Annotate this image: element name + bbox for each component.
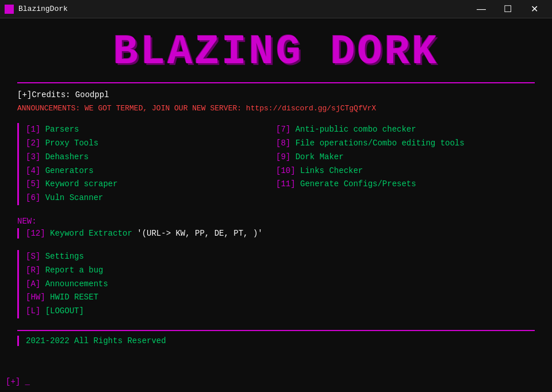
new-section: NEW: [12] Keyword Extractor '(URL-> KW, … xyxy=(17,217,535,239)
menu-section: [1] Parsers [2] Proxy Tools [3] Dehasher… xyxy=(17,123,535,205)
menu-label-7: Anti-public combo checker xyxy=(296,125,416,134)
footer-divider xyxy=(17,330,535,331)
settings-num-r: [R] xyxy=(26,266,40,275)
settings-label-a: Announcements xyxy=(45,279,108,289)
bottom-prompt: [+] _ xyxy=(6,377,30,386)
menu-item-6[interactable]: [6] Vuln Scanner xyxy=(26,191,276,205)
settings-section: [S] Settings [R] Report a bug [A] Announ… xyxy=(17,250,535,318)
announcements-line: ANNOUNCEMENTS: WE GOT TERMED, JOIN OUR N… xyxy=(17,104,535,113)
announcements-text: ANNOUNCEMENTS: WE GOT TERMED, JOIN OUR N… xyxy=(17,104,376,113)
menu-label-11: Generate Configs/Presets xyxy=(300,179,416,189)
new-item-content: [12] Keyword Extractor '(URL-> KW, PP, D… xyxy=(17,228,263,239)
menu-num-4: [4] xyxy=(26,166,40,175)
title-bar-left: BlazingDork xyxy=(5,5,68,14)
menu-num-3: [3] xyxy=(26,152,40,162)
menu-left: [1] Parsers [2] Proxy Tools [3] Dehasher… xyxy=(17,123,276,205)
title-bar: BlazingDork — ☐ ✕ xyxy=(0,0,552,18)
menu-num-8: [8] xyxy=(276,139,290,148)
menu-label-3: Dehashers xyxy=(45,152,89,162)
menu-num-2: [2] xyxy=(26,139,40,148)
menu-label-8: File operations/Combo editing tools xyxy=(296,139,465,148)
settings-label-s: Settings xyxy=(45,252,84,261)
settings-border: [S] Settings [R] Report a bug [A] Announ… xyxy=(17,250,535,318)
menu-num-7: [7] xyxy=(276,125,290,134)
settings-num-l: [L] xyxy=(26,306,40,316)
blazing-dork-title: BLAZING DORK xyxy=(17,30,535,75)
credits-text: Credits: xyxy=(32,90,75,99)
menu-item-7[interactable]: [7] Anti-public combo checker xyxy=(276,123,535,137)
new-name-text: Keyword Extractor xyxy=(50,229,132,238)
app-title-section: BLAZING DORK xyxy=(17,30,535,75)
new-num: [12] xyxy=(26,229,45,238)
minimize-button[interactable]: — xyxy=(468,0,494,18)
menu-num-6: [6] xyxy=(26,193,40,202)
settings-item-l[interactable]: [L] [LOGOUT] xyxy=(26,305,535,318)
credits-line: [+]Credits: Goodppl xyxy=(17,90,535,99)
menu-label-4: Generators xyxy=(45,166,94,175)
menu-item-11[interactable]: [11] Generate Configs/Presets xyxy=(276,178,535,191)
top-divider xyxy=(17,82,535,83)
menu-num-5: [5] xyxy=(26,179,40,189)
settings-num-hw: [HW] xyxy=(26,293,45,302)
menu-label-5: Keyword scraper xyxy=(45,179,118,189)
settings-item-s[interactable]: [S] Settings xyxy=(26,250,535,264)
close-button[interactable]: ✕ xyxy=(521,0,547,18)
maximize-button[interactable]: ☐ xyxy=(494,0,521,18)
menu-right-content: [7] Anti-public combo checker [8] File o… xyxy=(276,123,535,191)
menu-label-6: Vuln Scanner xyxy=(45,193,103,202)
menu-num-1: [1] xyxy=(26,125,40,134)
settings-label-hw: HWID RESET xyxy=(50,293,98,302)
menu-item-4[interactable]: [4] Generators xyxy=(26,164,276,178)
footer-text: 2021-2022 All Rights Reserved xyxy=(26,336,166,345)
menu-num-10: [10] xyxy=(276,166,296,175)
settings-label-r: Report a bug xyxy=(45,266,103,275)
settings-item-a[interactable]: [A] Announcements xyxy=(26,278,535,291)
settings-num-s: [S] xyxy=(26,252,40,261)
settings-num-a: [A] xyxy=(26,279,40,289)
new-item-text[interactable]: [12] Keyword Extractor '(URL-> KW, PP, D… xyxy=(26,229,263,238)
credits-author: Goodppl xyxy=(75,90,109,99)
credits-prefix: [+] xyxy=(17,90,32,99)
menu-item-1[interactable]: [1] Parsers xyxy=(26,123,276,137)
menu-item-2[interactable]: [2] Proxy Tools xyxy=(26,137,276,151)
app-icon xyxy=(5,5,14,14)
menu-left-border: [1] Parsers [2] Proxy Tools [3] Dehasher… xyxy=(17,123,276,205)
menu-num-9: [9] xyxy=(276,152,290,162)
menu-item-3[interactable]: [3] Dehashers xyxy=(26,151,276,164)
menu-label-1: Parsers xyxy=(45,125,79,134)
menu-label-10: Links Checker xyxy=(300,166,363,175)
menu-item-10[interactable]: [10] Links Checker xyxy=(276,164,535,178)
menu-num-11: [11] xyxy=(276,179,296,189)
menu-right: [7] Anti-public combo checker [8] File o… xyxy=(276,123,535,205)
main-content: BLAZING DORK [+]Credits: Goodppl ANNOUNC… xyxy=(0,18,552,392)
settings-item-r[interactable]: [R] Report a bug xyxy=(26,264,535,278)
menu-item-5[interactable]: [5] Keyword scraper xyxy=(26,178,276,191)
menu-item-9[interactable]: [9] Dork Maker xyxy=(276,151,535,164)
menu-label-9: Dork Maker xyxy=(296,152,344,162)
menu-item-8[interactable]: [8] File operations/Combo editing tools xyxy=(276,137,535,151)
settings-label-l: [LOGOUT] xyxy=(45,306,84,316)
app-title-label: BlazingDork xyxy=(18,5,68,13)
title-bar-controls: — ☐ ✕ xyxy=(468,0,547,18)
footer-section: 2021-2022 All Rights Reserved xyxy=(17,336,535,346)
new-extra-text: '(URL-> KW, PP, DE, PT, )' xyxy=(137,229,262,238)
new-item: [12] Keyword Extractor '(URL-> KW, PP, D… xyxy=(17,228,535,239)
new-label: NEW: xyxy=(17,217,535,226)
settings-item-hw[interactable]: [HW] HWID RESET xyxy=(26,291,535,305)
menu-label-2: Proxy Tools xyxy=(45,139,98,148)
